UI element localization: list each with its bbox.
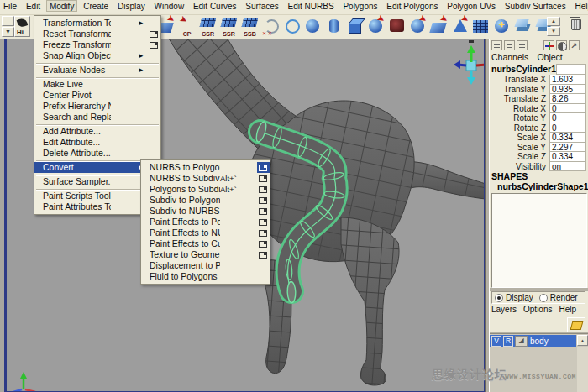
channel-label[interactable]: Rotate Z	[490, 123, 549, 133]
menubar-item[interactable]: Edit Curves	[190, 0, 240, 12]
channel-label[interactable]: Translate X	[490, 75, 549, 85]
manipulator-axis-icon[interactable]	[543, 40, 554, 50]
menu-item[interactable]: Freeze Transformations ►	[34, 39, 160, 50]
layer-menu-item[interactable]: Layers	[491, 305, 517, 314]
channel-value[interactable]: 8.26	[549, 94, 586, 104]
channel-box-menu-item[interactable]: Channels	[491, 52, 528, 62]
channel-value[interactable]: on	[549, 162, 586, 172]
menubar-item[interactable]: Polygon UVs	[444, 0, 499, 12]
menu-item[interactable]: Snap Align Objects ►	[34, 50, 160, 61]
menubar-item[interactable]: File	[0, 0, 20, 12]
channel-label[interactable]: Scale Y	[490, 143, 549, 153]
menu-item[interactable]: Subdiv to NURBS ►	[141, 206, 270, 217]
shelf-icon[interactable]	[408, 16, 428, 37]
current-tool-button[interactable]: Hi	[14, 16, 30, 37]
menu-item[interactable]: Prefix Hierarchy Names... ►	[34, 101, 160, 112]
shelf-icon[interactable]	[429, 16, 449, 37]
menu-item[interactable]: Subdiv to Polygons ►	[141, 195, 270, 206]
shelf-icon[interactable]	[471, 16, 491, 37]
menu-item[interactable]: Edit Attribute... ►	[34, 137, 160, 148]
shelf-icon[interactable]: SSB	[240, 16, 260, 37]
channel-layout-icon[interactable]	[491, 40, 502, 50]
menu-item[interactable]: Transformation Tools ►	[34, 18, 160, 29]
channel-value[interactable]: 0.334	[549, 152, 586, 162]
menu-item[interactable]: Make Live ►	[34, 79, 160, 90]
shelf-scroll-down-button[interactable]: ▼	[547, 27, 560, 36]
shelf-icon[interactable]	[492, 16, 512, 37]
option-box-icon[interactable]	[257, 238, 270, 249]
channel-layout2-icon[interactable]	[504, 40, 515, 50]
option-box-icon[interactable]	[257, 184, 270, 195]
menu-item[interactable]: Reset Transformations ►	[34, 29, 160, 39]
select-arrow-icon[interactable]: ↗	[569, 40, 580, 50]
shelf-icon[interactable]	[303, 16, 323, 37]
layer-render-toggle[interactable]: R	[503, 336, 513, 347]
layer-row[interactable]: V R ◢ body	[490, 335, 576, 347]
menubar-item[interactable]: Window	[151, 0, 188, 12]
option-box-icon[interactable]	[148, 39, 160, 50]
shape-node-name[interactable]: nurbsCylinderShape1	[490, 181, 588, 191]
menu-item[interactable]: Add Attribute... ►	[34, 126, 160, 137]
node-name[interactable]: nurbsCylinder1	[490, 64, 556, 75]
channel-value[interactable]: 0.935	[549, 85, 586, 95]
channel-label[interactable]: Rotate Y	[490, 113, 549, 123]
menubar-item[interactable]: Polygons	[339, 0, 381, 12]
display-radio[interactable]: Display	[495, 293, 533, 302]
shelf-scroll-up-button[interactable]: ▲	[547, 17, 560, 26]
option-box-icon[interactable]	[148, 29, 160, 39]
channel-value[interactable]: 0.334	[549, 133, 586, 143]
channel-value[interactable]: 2.297	[549, 143, 586, 153]
option-box-icon[interactable]	[257, 173, 270, 184]
shelf-tab-button[interactable]	[2, 16, 14, 26]
shelf-icon[interactable]: GSR	[198, 16, 218, 37]
layer-visible-toggle[interactable]: V	[491, 336, 501, 347]
menubar-item[interactable]: Edit Polygons	[383, 0, 441, 12]
shelf-icon[interactable]	[513, 16, 533, 37]
shelf-icon[interactable]	[324, 16, 344, 37]
menubar-item[interactable]: Display	[114, 0, 149, 12]
menu-item[interactable]: Paint Effects to Curves ►	[141, 238, 270, 249]
layer-menu-item[interactable]: Help	[559, 305, 576, 314]
menu-item[interactable]: Center Pivot ►	[34, 90, 160, 101]
shelf-icon[interactable]	[366, 16, 386, 37]
menubar-item[interactable]: Modify	[46, 0, 77, 12]
menu-item[interactable]: Delete Attribute... ►	[34, 148, 160, 159]
shelf-icon[interactable]	[282, 16, 302, 37]
option-box-icon[interactable]	[257, 206, 270, 217]
render-radio[interactable]: Render	[539, 293, 578, 302]
menu-item[interactable]: Displacement to Polygons ►	[141, 260, 270, 271]
channel-value[interactable]: 0	[549, 123, 586, 133]
menu-item[interactable]: NURBS to Subdiv Alt+` ►	[141, 173, 270, 184]
menubar-item[interactable]: Help	[571, 0, 588, 12]
option-box-icon[interactable]	[257, 249, 270, 260]
channel-value[interactable]: 1.603	[549, 75, 586, 85]
option-box-icon[interactable]	[257, 217, 270, 227]
shelf-icon[interactable]	[387, 16, 407, 37]
menuset-dropdown-button[interactable]: ▼	[2, 27, 14, 37]
channel-value[interactable]: 0	[549, 104, 586, 114]
menubar-item[interactable]: Edit	[23, 0, 44, 12]
channel-label[interactable]: Translate Y	[490, 85, 549, 95]
shelf-icon[interactable]	[450, 16, 470, 37]
channel-layout3-icon[interactable]	[517, 40, 528, 50]
menubar-item[interactable]: Surfaces	[242, 0, 281, 12]
layer-scroll-up-button[interactable]: ▲	[577, 335, 588, 346]
trash-icon[interactable]	[570, 17, 580, 29]
menu-item[interactable]: Texture to Geometry ►	[141, 249, 270, 260]
layer-color-swatch[interactable]: ◢	[515, 336, 528, 347]
channel-box-menu-item[interactable]: Object	[537, 52, 562, 62]
channel-value[interactable]: 0	[549, 113, 586, 123]
shelf-icon[interactable]	[345, 16, 365, 37]
option-box-icon[interactable]	[257, 195, 270, 206]
channel-label[interactable]: Scale X	[490, 133, 549, 143]
channel-label[interactable]: Visibility	[490, 162, 549, 172]
option-box-icon[interactable]	[257, 162, 270, 173]
menu-item[interactable]: Polygons to Subdiv Alt+` ►	[141, 184, 270, 195]
menu-item[interactable]: Fluid to Polygons ►	[141, 271, 270, 282]
new-layer-button[interactable]	[567, 317, 585, 332]
channel-label[interactable]: Translate Z	[490, 94, 549, 104]
menu-item[interactable]: NURBS to Polygons ►	[141, 162, 270, 173]
shelf-icon[interactable]	[261, 16, 281, 37]
channel-label[interactable]: Scale Z	[490, 152, 549, 162]
menu-item[interactable]: Search and Replace Names... ►	[34, 112, 160, 123]
